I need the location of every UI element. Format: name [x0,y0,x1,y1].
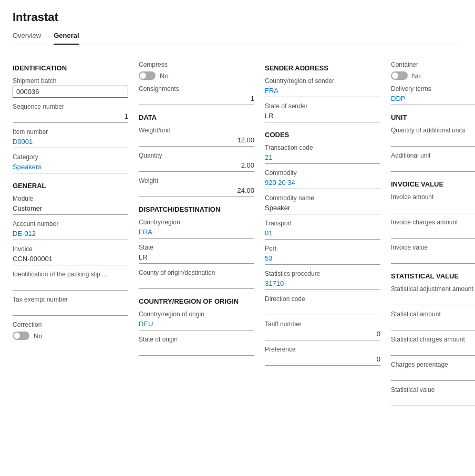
tab-general[interactable]: General [54,28,79,45]
transport-value[interactable]: 01 [265,228,380,240]
dispatch-title: DISPATCH/DESTINATION [139,205,254,213]
country-region-origin-label: Country/region of origin [139,311,254,318]
correction-toggle-label: No [34,332,43,340]
delivery-terms-label: Delivery terms [391,85,475,92]
dispatch-country-value[interactable]: FRA [139,227,254,239]
page-title: Intrastat [13,11,462,24]
shipment-batch-value[interactable]: 000036 [13,86,128,98]
transaction-code-value[interactable]: 21 [265,152,380,164]
statistics-procedure-label: Statistics procedure [265,270,380,277]
col-identification: IDENTIFICATION Shipment batch 000036 Seq… [13,56,128,406]
weight-unit-value: 12.00 [139,135,254,147]
tax-exempt-label: Tax exempt number [13,296,128,303]
tax-exempt-value [13,304,128,316]
stat-adjustment-label: Statistical adjustment amount [391,285,475,293]
codes-title: CODES [265,131,380,139]
qty-additional-label: Quantity of additional units [391,127,475,134]
item-number-label: Item number [13,128,128,136]
country-region-origin-value[interactable]: DEU [139,319,254,330]
stat-charges-label: Statistical charges amount [391,336,475,343]
packing-slip-value [13,279,128,291]
invoice-charges-value: 0.00 [391,227,475,239]
quantity-value: 2.00 [139,160,254,172]
stat-value-label: Statistical value [391,386,475,394]
commodity-name-label: Commodity name [265,194,380,202]
sequence-number-label: Sequence number [13,103,128,110]
invoice-label: Invoice [13,245,128,253]
direction-code-value [265,304,380,315]
shipment-batch-label: Shipment batch [13,77,128,85]
dispatch-state-label: State [139,244,254,251]
module-label: Module [13,195,128,202]
direction-code-label: Direction code [265,295,380,303]
dispatch-country-label: Country/region [139,219,254,226]
state-origin-value [139,344,254,356]
col-unit: Container No Delivery terms DDP UNIT Qua… [391,56,475,406]
charges-percentage-label: Charges percentage [391,361,475,368]
port-label: Port [265,245,380,252]
commodity-value[interactable]: 920 20 34 [265,178,380,189]
container-label: Container [391,61,475,68]
identification-title: IDENTIFICATION [13,64,128,72]
statistics-procedure-value[interactable]: 31710 [265,278,380,290]
stat-adjustment-value: 0.00 [391,294,475,305]
compress-label: Compress [139,61,254,68]
quantity-label: Quantity [139,152,254,159]
sequence-number-value: 1 [13,111,128,123]
general-title: GENERAL [13,182,128,190]
preference-label: Preference [265,346,380,353]
category-label: Category [13,153,128,161]
state-sender-label: State of sender [265,102,380,110]
compress-toggle-row: No [139,71,254,80]
invoice-value-label: Invoice value [391,244,475,251]
sender-address-title: SENDER ADDRESS [265,64,380,72]
data-title: DATA [139,113,254,121]
charges-percentage-value: 0.00 [391,369,475,381]
correction-toggle-row: No [13,332,128,340]
compress-toggle[interactable] [139,71,156,80]
container-toggle-row: No [391,71,475,80]
account-number-value[interactable]: DE-012 [13,229,128,240]
container-toggle-label: No [412,72,421,80]
county-origin-label: County of origin/destination [139,269,254,276]
additional-unit-value [391,160,475,172]
country-region-sender-value[interactable]: FRA [265,86,380,97]
invoice-value-title: INVOICE VALUE [391,180,475,188]
stat-amount-value: 658.00 [391,319,475,330]
unit-title: UNIT [391,113,475,121]
qty-additional-value: 0.00 [391,135,475,147]
invoice-value-value: 658.00 [391,252,475,264]
state-origin-label: State of origin [139,336,254,343]
statistical-value-title: STATISTICAL VALUE [391,272,475,280]
commodity-name-value: Speaker [265,203,380,214]
preference-value: 0 [265,354,380,366]
item-number-value[interactable]: D0001 [13,137,128,148]
county-origin-value [139,277,254,289]
transport-label: Transport [265,220,380,227]
container-toggle[interactable] [391,71,408,80]
weight-label: Weight [139,177,254,184]
state-sender-value: LR [265,111,380,122]
correction-toggle[interactable] [13,332,29,340]
transaction-code-label: Transaction code [265,144,380,151]
module-value: Customer [13,203,128,215]
col-sender: SENDER ADDRESS Country/region of sender … [265,56,380,406]
stat-amount-label: Statistical amount [391,311,475,318]
commodity-label: Commodity [265,169,380,177]
additional-unit-label: Additional unit [391,152,475,159]
port-value[interactable]: 53 [265,253,380,265]
weight-value: 24.00 [139,185,254,197]
invoice-amount-label: Invoice amount [391,193,475,201]
consignments-label: Consignments [139,85,254,92]
delivery-terms-value[interactable]: DDP [391,94,475,105]
stat-charges-value: 0.00 [391,344,475,356]
category-value[interactable]: Speakers [13,162,128,173]
account-number-label: Account number [13,220,128,227]
country-region-sender-label: Country/region of sender [265,77,380,85]
tariff-number-label: Tariff number [265,320,380,328]
tab-overview[interactable]: Overview [13,28,41,45]
invoice-amount-value: 658.00 [391,202,475,213]
weight-unit-label: Weight/unit [139,127,254,134]
country-region-origin-title: COUNTRY/REGION OF ORIGIN [139,297,254,305]
packing-slip-label: Identification of the packing slip ... [13,271,128,278]
